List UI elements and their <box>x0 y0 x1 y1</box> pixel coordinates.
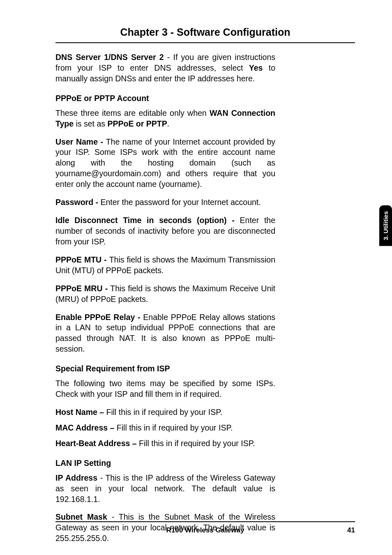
username-label: User Name - <box>55 137 106 146</box>
host-text: Fill this in if required by your ISP. <box>106 408 223 417</box>
username-paragraph: User Name - The name of your Internet ac… <box>55 137 275 190</box>
footer-product-name: R100 Wireless Gateway <box>55 526 355 534</box>
relay-label: Enable PPPoE Relay - <box>55 313 143 322</box>
ip-label: IP Address <box>55 473 97 482</box>
ip-sep: - <box>97 473 105 482</box>
ip-paragraph: IP Address - This is the IP address of t… <box>55 473 275 505</box>
idle-label: Idle Disconnect Time in seconds (option)… <box>55 216 240 225</box>
host-label: Host Name – <box>55 408 106 417</box>
pppoe-intro-text3: . <box>167 119 169 128</box>
special-intro: The following two items may be specified… <box>55 378 275 400</box>
pppoe-intro-text1: These three items are editable only when <box>55 108 210 117</box>
mac-label: MAC Address – <box>55 423 117 432</box>
relay-paragraph: Enable PPPoE Relay - Enable PPPoE Relay … <box>55 312 275 355</box>
page-content: DNS Server 1/DNS Server 2 - If you are g… <box>55 52 275 544</box>
heart-paragraph: Heart-Beat Address – Fill this in if req… <box>55 438 275 449</box>
dns-yes: Yes <box>249 63 263 72</box>
mru-label: PPPoE MRU - <box>55 284 110 293</box>
page-number: 41 <box>347 526 355 534</box>
password-paragraph: Password - Enter the password for your I… <box>55 197 275 208</box>
page-footer: R100 Wireless Gateway 41 <box>55 521 355 534</box>
subnet-sep: - <box>107 512 119 521</box>
mru-paragraph: PPPoE MRU - This field is shows the Maxi… <box>55 283 275 305</box>
pppoe-heading: PPPoE or PPTP Account <box>55 93 275 104</box>
chapter-title: Chapter 3 - Software Configuration <box>55 26 355 43</box>
heart-text: Fill this in if required by your ISP. <box>139 439 255 448</box>
pppoe-intro: These three items are editable only when… <box>55 108 275 129</box>
dns-paragraph: DNS Server 1/DNS Server 2 - If you are g… <box>55 52 275 84</box>
lan-heading: LAN IP Setting <box>55 458 275 469</box>
special-heading: Special Requirement from ISP <box>55 364 275 374</box>
heart-label: Heart-Beat Address – <box>55 439 139 448</box>
pppoe-intro-text2: is set as <box>74 119 107 128</box>
password-text: Enter the password for your Internet acc… <box>100 198 261 207</box>
dns-label: DNS Server 1/DNS Server 2 <box>55 53 164 62</box>
password-label: Password - <box>55 198 100 207</box>
pppoe-intro-bold2: PPPoE or PPTP <box>107 119 167 128</box>
mtu-paragraph: PPPoE MTU - This field is shows the Maxi… <box>55 255 275 276</box>
side-tab: 3. Utilities <box>379 205 392 246</box>
idle-paragraph: Idle Disconnect Time in seconds (option)… <box>55 215 275 247</box>
mac-paragraph: MAC Address – Fill this in if required b… <box>55 423 275 433</box>
mac-text: Fill this in if required by your ISP. <box>117 423 233 432</box>
mtu-label: PPPoE MTU - <box>55 255 109 264</box>
dns-sep: - <box>164 53 173 62</box>
host-paragraph: Host Name – Fill this in if required by … <box>55 407 275 418</box>
subnet-label: Subnet Mask <box>55 512 107 521</box>
